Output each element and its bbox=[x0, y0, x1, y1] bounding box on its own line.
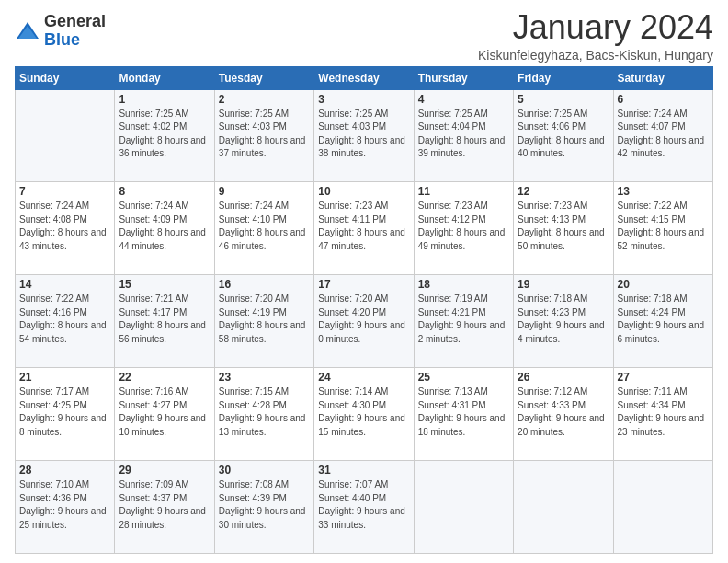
day-number: 7 bbox=[19, 185, 110, 198]
calendar-week-row: 21Sunrise: 7:17 AMSunset: 4:25 PMDayligh… bbox=[16, 368, 713, 461]
day-number: 16 bbox=[219, 278, 310, 291]
day-number: 26 bbox=[518, 371, 609, 384]
page: General Blue January 2024 Kiskunfelegyha… bbox=[0, 0, 728, 563]
month-title: January 2024 bbox=[478, 9, 713, 46]
day-number: 20 bbox=[618, 278, 709, 291]
calendar-cell: 26Sunrise: 7:12 AMSunset: 4:33 PMDayligh… bbox=[514, 368, 613, 461]
calendar-cell: 20Sunrise: 7:18 AMSunset: 4:24 PMDayligh… bbox=[613, 275, 712, 368]
day-info: Sunrise: 7:19 AMSunset: 4:21 PMDaylight:… bbox=[418, 293, 509, 346]
day-number: 3 bbox=[318, 93, 409, 106]
day-number: 19 bbox=[518, 278, 609, 291]
day-info: Sunrise: 7:07 AMSunset: 4:40 PMDaylight:… bbox=[318, 478, 409, 532]
calendar-cell: 23Sunrise: 7:15 AMSunset: 4:28 PMDayligh… bbox=[214, 368, 313, 461]
calendar-cell: 24Sunrise: 7:14 AMSunset: 4:30 PMDayligh… bbox=[314, 368, 414, 461]
day-info: Sunrise: 7:24 AMSunset: 4:10 PMDaylight:… bbox=[219, 200, 310, 253]
calendar-week-row: 7Sunrise: 7:24 AMSunset: 4:08 PMDaylight… bbox=[16, 182, 713, 275]
calendar-week-row: 14Sunrise: 7:22 AMSunset: 4:16 PMDayligh… bbox=[16, 275, 713, 368]
day-number: 10 bbox=[318, 185, 409, 198]
day-info: Sunrise: 7:22 AMSunset: 4:16 PMDaylight:… bbox=[19, 293, 110, 346]
calendar-table: SundayMondayTuesdayWednesdayThursdayFrid… bbox=[15, 66, 713, 554]
day-info: Sunrise: 7:10 AMSunset: 4:36 PMDaylight:… bbox=[19, 478, 110, 532]
day-info: Sunrise: 7:20 AMSunset: 4:19 PMDaylight:… bbox=[219, 293, 310, 346]
weekday-header: Sunday bbox=[16, 66, 115, 89]
day-number: 28 bbox=[19, 464, 110, 477]
day-info: Sunrise: 7:11 AMSunset: 4:34 PMDaylight:… bbox=[618, 385, 709, 439]
weekday-header: Tuesday bbox=[214, 66, 313, 89]
calendar-cell: 11Sunrise: 7:23 AMSunset: 4:12 PMDayligh… bbox=[414, 182, 513, 275]
calendar-cell bbox=[613, 461, 712, 554]
calendar-cell: 4Sunrise: 7:25 AMSunset: 4:04 PMDaylight… bbox=[414, 89, 513, 182]
weekday-header: Thursday bbox=[414, 66, 513, 89]
day-info: Sunrise: 7:15 AMSunset: 4:28 PMDaylight:… bbox=[219, 385, 310, 439]
day-info: Sunrise: 7:09 AMSunset: 4:37 PMDaylight:… bbox=[119, 478, 210, 532]
day-number: 15 bbox=[119, 278, 210, 291]
day-number: 22 bbox=[119, 371, 210, 384]
calendar-cell: 1Sunrise: 7:25 AMSunset: 4:02 PMDaylight… bbox=[115, 89, 214, 182]
weekday-header: Monday bbox=[115, 66, 214, 89]
calendar-cell: 13Sunrise: 7:22 AMSunset: 4:15 PMDayligh… bbox=[613, 182, 712, 275]
day-info: Sunrise: 7:17 AMSunset: 4:25 PMDaylight:… bbox=[19, 385, 110, 439]
calendar-cell: 29Sunrise: 7:09 AMSunset: 4:37 PMDayligh… bbox=[115, 461, 214, 554]
day-number: 23 bbox=[219, 371, 310, 384]
day-info: Sunrise: 7:18 AMSunset: 4:23 PMDaylight:… bbox=[518, 293, 609, 346]
weekday-header: Saturday bbox=[613, 66, 712, 89]
day-info: Sunrise: 7:23 AMSunset: 4:13 PMDaylight:… bbox=[518, 200, 609, 253]
location: Kiskunfelegyhaza, Bacs-Kiskun, Hungary bbox=[478, 48, 713, 63]
calendar-cell: 6Sunrise: 7:24 AMSunset: 4:07 PMDaylight… bbox=[613, 89, 712, 182]
calendar-cell: 2Sunrise: 7:25 AMSunset: 4:03 PMDaylight… bbox=[214, 89, 313, 182]
calendar-cell: 3Sunrise: 7:25 AMSunset: 4:03 PMDaylight… bbox=[314, 89, 414, 182]
day-info: Sunrise: 7:24 AMSunset: 4:09 PMDaylight:… bbox=[119, 200, 210, 253]
calendar-cell: 9Sunrise: 7:24 AMSunset: 4:10 PMDaylight… bbox=[214, 182, 313, 275]
day-number: 31 bbox=[318, 464, 409, 477]
day-info: Sunrise: 7:08 AMSunset: 4:39 PMDaylight:… bbox=[219, 478, 310, 532]
logo: General Blue bbox=[15, 13, 106, 50]
calendar-cell bbox=[414, 461, 513, 554]
logo-blue: Blue bbox=[44, 31, 106, 50]
day-info: Sunrise: 7:25 AMSunset: 4:03 PMDaylight:… bbox=[318, 108, 409, 161]
day-number: 17 bbox=[318, 278, 409, 291]
calendar-cell: 17Sunrise: 7:20 AMSunset: 4:20 PMDayligh… bbox=[314, 275, 414, 368]
title-block: January 2024 Kiskunfelegyhaza, Bacs-Kisk… bbox=[478, 9, 713, 63]
calendar-cell: 28Sunrise: 7:10 AMSunset: 4:36 PMDayligh… bbox=[16, 461, 115, 554]
day-info: Sunrise: 7:25 AMSunset: 4:03 PMDaylight:… bbox=[219, 108, 310, 161]
day-number: 27 bbox=[618, 371, 709, 384]
weekday-header: Friday bbox=[514, 66, 613, 89]
day-info: Sunrise: 7:24 AMSunset: 4:08 PMDaylight:… bbox=[19, 200, 110, 253]
day-info: Sunrise: 7:23 AMSunset: 4:12 PMDaylight:… bbox=[418, 200, 509, 253]
day-number: 4 bbox=[418, 93, 509, 106]
calendar-cell: 10Sunrise: 7:23 AMSunset: 4:11 PMDayligh… bbox=[314, 182, 414, 275]
day-info: Sunrise: 7:25 AMSunset: 4:02 PMDaylight:… bbox=[119, 108, 210, 161]
day-number: 6 bbox=[618, 93, 709, 106]
day-info: Sunrise: 7:20 AMSunset: 4:20 PMDaylight:… bbox=[318, 293, 409, 346]
day-number: 24 bbox=[318, 371, 409, 384]
calendar-cell: 5Sunrise: 7:25 AMSunset: 4:06 PMDaylight… bbox=[514, 89, 613, 182]
day-info: Sunrise: 7:25 AMSunset: 4:06 PMDaylight:… bbox=[518, 108, 609, 161]
calendar-cell: 31Sunrise: 7:07 AMSunset: 4:40 PMDayligh… bbox=[314, 461, 414, 554]
calendar-week-row: 28Sunrise: 7:10 AMSunset: 4:36 PMDayligh… bbox=[16, 461, 713, 554]
logo-text: General Blue bbox=[44, 13, 106, 50]
calendar-cell: 21Sunrise: 7:17 AMSunset: 4:25 PMDayligh… bbox=[16, 368, 115, 461]
day-number: 8 bbox=[119, 185, 210, 198]
day-info: Sunrise: 7:21 AMSunset: 4:17 PMDaylight:… bbox=[119, 293, 210, 346]
day-number: 9 bbox=[219, 185, 310, 198]
day-info: Sunrise: 7:13 AMSunset: 4:31 PMDaylight:… bbox=[418, 385, 509, 439]
day-info: Sunrise: 7:24 AMSunset: 4:07 PMDaylight:… bbox=[618, 108, 709, 161]
day-number: 13 bbox=[618, 185, 709, 198]
calendar-cell: 19Sunrise: 7:18 AMSunset: 4:23 PMDayligh… bbox=[514, 275, 613, 368]
day-number: 2 bbox=[219, 93, 310, 106]
day-info: Sunrise: 7:25 AMSunset: 4:04 PMDaylight:… bbox=[418, 108, 509, 161]
logo-icon bbox=[15, 18, 40, 44]
day-number: 12 bbox=[518, 185, 609, 198]
calendar-header-row: SundayMondayTuesdayWednesdayThursdayFrid… bbox=[16, 66, 713, 89]
calendar-week-row: 1Sunrise: 7:25 AMSunset: 4:02 PMDaylight… bbox=[16, 89, 713, 182]
day-number: 30 bbox=[219, 464, 310, 477]
day-number: 29 bbox=[119, 464, 210, 477]
calendar-cell: 30Sunrise: 7:08 AMSunset: 4:39 PMDayligh… bbox=[214, 461, 313, 554]
day-number: 21 bbox=[19, 371, 110, 384]
calendar-cell: 12Sunrise: 7:23 AMSunset: 4:13 PMDayligh… bbox=[514, 182, 613, 275]
day-number: 5 bbox=[518, 93, 609, 106]
day-info: Sunrise: 7:22 AMSunset: 4:15 PMDaylight:… bbox=[618, 200, 709, 253]
calendar-cell: 16Sunrise: 7:20 AMSunset: 4:19 PMDayligh… bbox=[214, 275, 313, 368]
calendar-cell: 27Sunrise: 7:11 AMSunset: 4:34 PMDayligh… bbox=[613, 368, 712, 461]
day-number: 11 bbox=[418, 185, 509, 198]
